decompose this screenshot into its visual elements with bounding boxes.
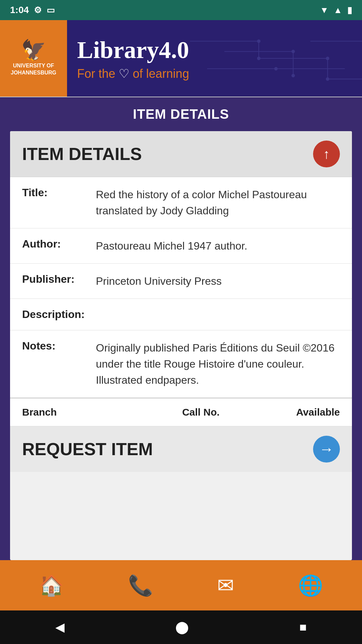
android-back-button[interactable]: ◀ <box>42 617 78 638</box>
university-name: UNIVERSITY OF JOHANNESBURG <box>3 62 64 76</box>
tagline-part1: For the <box>77 67 115 81</box>
wifi-icon: ▼ <box>320 5 329 15</box>
app-title: Library4.0 <box>77 36 352 64</box>
author-row: Author: Pastoureau Michel 1947 author. <box>10 228 352 264</box>
availability-header: Branch Call No. Available <box>10 398 352 426</box>
nav-globe[interactable]: 🌐 <box>288 570 333 601</box>
notes-row: Notes: Originally published Paris Éditio… <box>10 330 352 398</box>
request-item-button[interactable]: → <box>313 436 340 463</box>
android-recent-button[interactable]: ■ <box>286 617 320 638</box>
logo-bird-icon: 🦅 <box>21 40 46 60</box>
phone-icon: 📞 <box>128 574 153 597</box>
title-row: Title: Red the history of a color Michel… <box>10 177 352 228</box>
tagline-part2: of learning <box>133 67 189 81</box>
publisher-row: Publisher: Princeton University Press <box>10 264 352 299</box>
page-title: ITEM DETAILS <box>7 107 355 122</box>
request-arrow-icon: → <box>319 441 334 458</box>
signal-icon: ▲ <box>334 5 342 15</box>
globe-icon: 🌐 <box>298 574 323 597</box>
request-item-row: REQUEST ITEM → <box>10 426 352 472</box>
status-bar: 1:04 ⚙ ▭ ▼ ▲ ▮ <box>0 0 362 20</box>
nav-home[interactable]: 🏠 <box>29 570 74 601</box>
nav-phone[interactable]: 📞 <box>118 570 163 601</box>
scroll-top-button[interactable]: ↑ <box>313 141 340 167</box>
mail-icon: ✉ <box>217 574 234 597</box>
author-label: Author: <box>22 238 96 250</box>
status-left: 1:04 ⚙ ▭ <box>10 5 55 15</box>
scroll-top-icon: ↑ <box>323 147 330 162</box>
title-value: Red the history of a color Michel Pastou… <box>96 186 340 219</box>
card-header: ITEM DETAILS ↑ <box>10 131 352 177</box>
header-banner: 🦅 UNIVERSITY OF JOHANNESBURG Library4.0 … <box>0 20 362 97</box>
publisher-value: Princeton University Press <box>96 273 222 289</box>
heart-icon: ♡ <box>119 67 129 81</box>
details-table: Title: Red the history of a color Michel… <box>10 177 352 398</box>
brand-area: Library4.0 For the ♡ of learning <box>67 20 362 97</box>
content-area: ITEM DETAILS ↑ Title: Red the history of… <box>10 131 352 560</box>
card-heading: ITEM DETAILS <box>22 144 142 164</box>
android-nav-bar: ◀ ⬤ ■ <box>0 610 362 644</box>
publisher-label: Publisher: <box>22 273 96 285</box>
author-value: Pastoureau Michel 1947 author. <box>96 238 247 254</box>
page-title-bar: ITEM DETAILS <box>0 97 362 131</box>
description-label: Description: <box>22 308 96 321</box>
callno-col-header: Call No. <box>141 407 261 418</box>
android-home-button[interactable]: ⬤ <box>162 617 202 638</box>
description-row: Description: <box>10 299 352 330</box>
bottom-navigation: 🏠 📞 ✉ 🌐 <box>0 560 362 610</box>
title-label: Title: <box>22 186 96 199</box>
sdcard-icon: ▭ <box>47 5 55 15</box>
available-col-header: Available <box>260 407 340 418</box>
status-time: 1:04 <box>10 5 29 15</box>
notes-label: Notes: <box>22 340 96 352</box>
status-right: ▼ ▲ ▮ <box>320 5 352 15</box>
notes-value: Originally published Paris Éditions du S… <box>96 340 340 388</box>
nav-mail[interactable]: ✉ <box>207 570 244 600</box>
app-tagline: For the ♡ of learning <box>77 67 352 81</box>
battery-icon: ▮ <box>347 5 352 15</box>
request-item-label: REQUEST ITEM <box>22 439 153 459</box>
home-icon: 🏠 <box>39 574 64 597</box>
university-logo: 🦅 UNIVERSITY OF JOHANNESBURG <box>0 20 67 97</box>
branch-col-header: Branch <box>22 407 141 418</box>
settings-icon: ⚙ <box>34 5 42 15</box>
